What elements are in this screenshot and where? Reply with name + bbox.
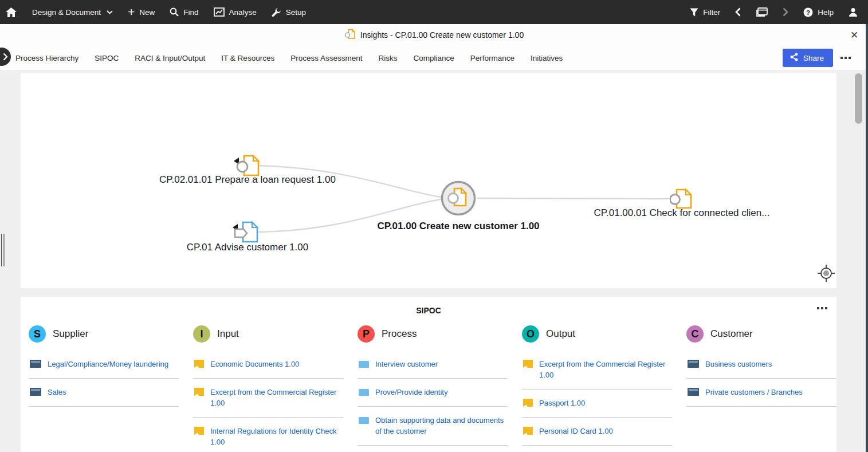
customer-badge: C xyxy=(686,325,704,343)
user-button[interactable] xyxy=(841,0,868,24)
sipoc-column-process: P Process Interview customer Prove/Provi… xyxy=(358,325,508,452)
list-item[interactable]: Sales xyxy=(29,379,179,407)
tab-it-resources[interactable]: IT & Resources xyxy=(221,54,274,62)
menu-new-label: New xyxy=(139,8,155,17)
node-label-create-new-customer[interactable]: CP.01.00 Create new customer 1.00 xyxy=(309,221,607,232)
list-item[interactable]: Personal ID Card 1.00 xyxy=(522,418,672,446)
tab-bar: Process Hierarchy SIPOC RACI & Input/Out… xyxy=(0,46,868,70)
list-item[interactable]: Excerpt from the Commercial Register 1.0… xyxy=(193,379,343,418)
list-item[interactable]: Interview customer xyxy=(358,351,508,379)
sipoc-column-supplier: S Supplier Legal/Compliance/Money launde… xyxy=(29,325,179,452)
tab-compliance[interactable]: Compliance xyxy=(413,54,454,62)
process-badge: P xyxy=(358,325,375,343)
filter-icon xyxy=(690,8,698,17)
chevron-right-icon xyxy=(783,7,788,17)
document-icon xyxy=(194,388,204,398)
node-label-prepare-loan-request[interactable]: CP.02.01.01 Prepare a loan request 1.00 xyxy=(99,174,396,186)
filter-button[interactable]: Filter xyxy=(682,0,728,24)
sipoc-more-options-icon[interactable] xyxy=(817,307,827,309)
help-label: Help xyxy=(818,8,834,17)
home-icon xyxy=(6,7,17,17)
search-icon xyxy=(170,7,179,17)
insights-document-icon xyxy=(344,29,356,41)
svg-text:?: ? xyxy=(806,9,810,15)
list-item[interactable]: Private customers / Branches xyxy=(686,379,836,407)
output-badge: O xyxy=(522,325,539,343)
share-label: Share xyxy=(803,54,824,62)
sipoc-title: SIPOC xyxy=(21,297,836,315)
home-button[interactable] xyxy=(0,0,25,24)
input-header: Input xyxy=(217,328,239,340)
window-right-edge xyxy=(866,24,868,452)
list-item[interactable]: Legal/Compliance/Money laundering xyxy=(29,351,179,379)
list-item[interactable]: Excerpt from the Commercial Register 1.0… xyxy=(522,351,672,390)
menu-analyse[interactable]: Analyse xyxy=(206,0,264,24)
list-item[interactable]: Business customers xyxy=(686,351,836,379)
close-icon[interactable]: ✕ xyxy=(849,29,860,41)
vertical-scrollbar[interactable] xyxy=(855,73,862,124)
org-unit-icon xyxy=(688,360,699,370)
forward-button[interactable] xyxy=(775,0,796,24)
sipoc-column-output: O Output Excerpt from the Commercial Reg… xyxy=(522,325,672,452)
chart-icon xyxy=(214,7,225,17)
help-button[interactable]: ? Help xyxy=(796,0,841,24)
panel-resize-handle[interactable] xyxy=(1,234,6,266)
titlebar: Insights - CP.01.00 Create new customer … xyxy=(0,24,868,46)
list-item[interactable]: Check customer documents xyxy=(358,446,508,452)
back-button[interactable] xyxy=(728,0,748,24)
tab-sipoc[interactable]: SIPOC xyxy=(95,54,119,62)
supplier-header: Supplier xyxy=(53,328,88,340)
wrench-icon xyxy=(272,7,281,17)
function-icon xyxy=(359,388,369,398)
menu-new[interactable]: + New xyxy=(120,0,162,24)
filter-label: Filter xyxy=(703,8,720,17)
node-label-advise-customer[interactable]: CP.01 Advise customer 1.00 xyxy=(99,242,396,253)
supplier-badge: S xyxy=(29,325,46,343)
tab-process-hierarchy[interactable]: Process Hierarchy xyxy=(15,54,78,62)
org-unit-icon xyxy=(688,388,699,398)
document-icon xyxy=(523,360,533,370)
help-icon: ? xyxy=(803,7,813,17)
list-item[interactable]: Economic Documents 1.00 xyxy=(193,351,343,379)
top-toolbar: Design & Document + New Find Analyse Set… xyxy=(0,0,868,24)
menu-setup[interactable]: Setup xyxy=(264,0,313,24)
share-icon xyxy=(790,53,798,63)
sipoc-column-customer: C Customer Business customers Private cu… xyxy=(686,325,836,452)
more-options-icon[interactable] xyxy=(840,57,851,59)
node-label-check-connected-clients[interactable]: CP.01.00.01 Check for connected clien... xyxy=(533,207,831,219)
sipoc-column-input: I Input Economic Documents 1.00 Excerpt … xyxy=(193,325,343,452)
page-title: Insights - CP.01.00 Create new customer … xyxy=(360,30,524,40)
windows-icon xyxy=(756,7,768,17)
node-create-new-customer[interactable] xyxy=(441,180,476,218)
tab-risks[interactable]: Risks xyxy=(378,54,397,62)
tab-process-assessment[interactable]: Process Assessment xyxy=(290,54,362,62)
menu-analyse-label: Analyse xyxy=(229,8,257,17)
output-header: Output xyxy=(546,328,575,340)
tab-initiatives[interactable]: Initiatives xyxy=(531,54,563,62)
document-icon xyxy=(523,427,533,437)
plus-icon: + xyxy=(128,6,135,18)
menu-design-document-label: Design & Document xyxy=(32,8,101,17)
list-item[interactable]: Internal Regulations for Identity Check … xyxy=(193,418,343,452)
window-list-button[interactable] xyxy=(748,0,775,24)
input-badge: I xyxy=(193,325,210,343)
org-unit-icon xyxy=(30,388,41,398)
sipoc-panel: SIPOC S Supplier Legal/Compliance/Money … xyxy=(21,297,836,452)
tab-performance[interactable]: Performance xyxy=(470,54,514,62)
share-button[interactable]: Share xyxy=(783,49,833,67)
chevron-left-icon xyxy=(735,7,741,17)
process-header: Process xyxy=(382,328,417,340)
center-view-icon[interactable] xyxy=(817,264,835,282)
list-item[interactable]: Passport 1.00 xyxy=(522,390,672,418)
process-insights-diagram: CP.02.01.01 Prepare a loan request 1.00 … xyxy=(21,73,836,288)
menu-design-document[interactable]: Design & Document xyxy=(25,0,120,24)
menu-find-label: Find xyxy=(183,8,198,17)
menu-find[interactable]: Find xyxy=(162,0,206,24)
menu-setup-label: Setup xyxy=(286,8,306,17)
list-item[interactable]: Obtain supporting data and documents of … xyxy=(358,407,508,446)
tab-raci-input-output[interactable]: RACI & Input/Output xyxy=(135,54,205,62)
user-icon xyxy=(849,7,858,17)
list-item[interactable]: Prove/Provide identity xyxy=(358,379,508,407)
function-icon xyxy=(359,360,369,370)
org-unit-icon xyxy=(30,360,41,370)
